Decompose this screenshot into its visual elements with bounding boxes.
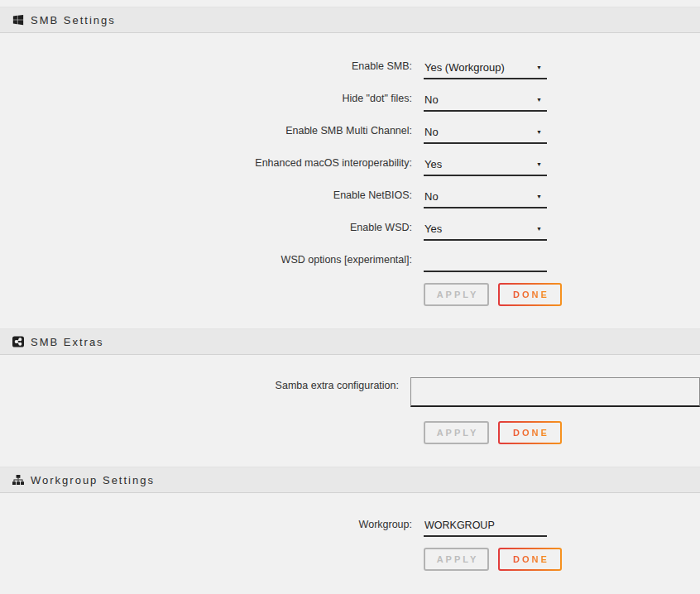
buttons-row: APPLYDONE [424,548,700,571]
form-row: Workgroup: [0,516,700,537]
field-control: Yes (Workgroup)▼ [424,58,547,79]
section-body: Enable SMB:Yes (Workgroup)▼Hide "dot" fi… [0,33,700,306]
form-row: Enable NetBIOS:No▼ [0,187,700,208]
field-control [424,251,547,272]
section-header: Workgroup Settings [0,467,700,493]
apply-button[interactable]: APPLY [424,421,489,444]
apply-button[interactable]: APPLY [424,548,489,571]
form-row: Enhanced macOS interoperability:Yes▼ [0,155,700,176]
field-control [410,377,700,410]
select-value: Yes (Workgroup) [424,61,505,74]
done-button-inner: DONE [500,285,560,304]
section-workgroup-settings: Workgroup SettingsWorkgroup:APPLYDONE [0,467,700,571]
done-button[interactable]: DONE [498,283,562,306]
field-label: Enable SMB Multi Channel: [0,122,418,137]
field-control: No▼ [424,90,547,112]
field-label: Enable SMB: [0,58,418,72]
sitemap-icon [12,474,24,486]
dropdown-arrow-icon: ▼ [536,127,542,137]
settings-page: SMB SettingsEnable SMB:Yes (Workgroup)▼H… [0,0,700,571]
form-row: Enable SMB Multi Channel:No▼ [0,122,700,144]
field-control: Yes▼ [424,155,547,176]
form-row: Samba extra configuration: [0,377,700,410]
textarea-field[interactable] [410,377,700,407]
section-body: Workgroup:APPLYDONE [0,493,700,571]
field-control: No▼ [424,187,547,208]
text-field[interactable] [424,516,547,537]
section-title: SMB Extras [31,336,104,348]
select-value: Yes [424,223,442,235]
done-button-label: DONE [511,290,549,299]
done-button[interactable]: DONE [498,548,562,571]
done-button-label: DONE [511,554,549,564]
form-row: Enable SMB:Yes (Workgroup)▼ [0,58,700,79]
select-field[interactable]: No▼ [424,90,547,112]
field-control: Yes▼ [424,219,547,241]
select-value: No [424,190,439,203]
field-label: Workgroup: [0,516,418,530]
select-value: No [424,126,439,138]
share-square-icon [12,336,24,347]
section-header: SMB Settings [0,7,700,33]
select-value: Yes [424,158,442,170]
dropdown-arrow-icon: ▼ [536,62,542,73]
field-label: Enable WSD: [0,219,418,233]
field-label: WSD options [experimental]: [0,251,418,266]
form-row: WSD options [experimental]: [0,251,700,272]
buttons-row: APPLYDONE [424,421,700,444]
select-field[interactable]: Yes▼ [424,219,547,241]
section-title: Workgroup Settings [31,474,155,486]
field-label: Hide "dot" files: [0,90,418,104]
section-title: SMB Settings [31,14,116,26]
dropdown-arrow-icon: ▼ [536,191,542,202]
apply-button[interactable]: APPLY [424,283,489,306]
section-body: Samba extra configuration:APPLYDONE [0,355,700,444]
field-control [424,516,547,537]
section-smb-settings: SMB SettingsEnable SMB:Yes (Workgroup)▼H… [0,7,700,306]
select-field[interactable]: Yes▼ [424,155,547,176]
select-value: No [424,93,439,106]
field-control: No▼ [424,122,547,144]
dropdown-arrow-icon: ▼ [536,94,542,105]
buttons-row: APPLYDONE [424,283,700,306]
field-label: Enhanced macOS interoperability: [0,155,418,169]
text-field[interactable] [424,251,547,272]
select-field[interactable]: Yes (Workgroup)▼ [424,58,547,79]
section-header: SMB Extras [0,328,700,355]
section-smb-extras: SMB ExtrasSamba extra configuration:APPL… [0,328,700,444]
dropdown-arrow-icon: ▼ [536,159,542,170]
select-field[interactable]: No▼ [424,122,547,144]
select-field[interactable]: No▼ [424,187,547,208]
done-button-inner: DONE [500,549,560,569]
done-button[interactable]: DONE [498,421,562,444]
done-button-inner: DONE [500,423,560,443]
windows-icon [12,14,24,26]
form-row: Hide "dot" files:No▼ [0,90,700,112]
field-label: Enable NetBIOS: [0,187,418,201]
done-button-label: DONE [511,428,549,438]
dropdown-arrow-icon: ▼ [536,223,542,234]
field-label: Samba extra configuration: [0,377,405,391]
form-row: Enable WSD:Yes▼ [0,219,700,241]
